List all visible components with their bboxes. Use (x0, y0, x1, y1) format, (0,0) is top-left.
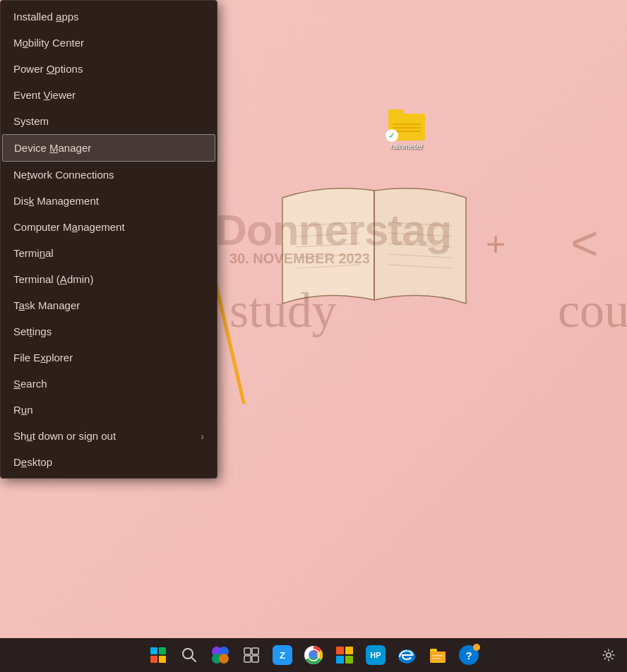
svg-rect-19 (252, 648, 258, 654)
menu-item-label: Event Viewer (13, 89, 76, 101)
menu-item-label: Device Manager (14, 142, 91, 154)
menu-item-device-manager[interactable]: Device Manager (2, 134, 215, 162)
menu-item-label: Network Connections (13, 169, 114, 181)
start-button[interactable] (144, 641, 172, 669)
svg-rect-18 (244, 648, 251, 654)
menu-item-label: Terminal (13, 247, 54, 259)
copilot-icon (211, 646, 229, 664)
file-explorer-button[interactable] (424, 641, 452, 669)
menu-item-power-options[interactable]: Power Options (1, 56, 217, 82)
rainmeter-desktop-icon[interactable]: ✓ rainmeter (388, 109, 425, 150)
menu-item-shut-down[interactable]: Shut down or sign out › (1, 423, 217, 449)
hp-button[interactable]: HP (362, 641, 390, 669)
menu-item-settings[interactable]: Settings (1, 318, 217, 344)
menu-item-file-explorer[interactable]: File Explorer (1, 344, 217, 371)
svg-point-24 (310, 652, 317, 659)
menu-item-label: Power Options (13, 63, 83, 75)
menu-item-label: System (13, 115, 49, 127)
gear-icon (602, 649, 615, 661)
svg-rect-27 (345, 647, 353, 654)
menu-item-computer-management[interactable]: Computer Management (1, 214, 217, 240)
menu-item-event-viewer[interactable]: Event Viewer (1, 82, 217, 108)
menu-item-system[interactable]: System (1, 108, 217, 134)
folder-body: ✓ (388, 114, 425, 140)
menu-item-label: Task Manager (13, 299, 80, 311)
submenu-arrow-icon: › (201, 431, 204, 442)
store-icon (335, 646, 354, 664)
menu-item-run[interactable]: Run (1, 397, 217, 423)
svg-rect-29 (345, 656, 353, 664)
system-tray (596, 642, 621, 668)
svg-rect-26 (336, 647, 344, 654)
chrome-icon (304, 645, 323, 665)
svg-rect-33 (430, 652, 446, 661)
menu-item-label: Computer Management (13, 221, 125, 233)
svg-line-13 (191, 657, 196, 661)
menu-item-label: Search (13, 378, 47, 390)
decorative-text-4: cou (558, 282, 627, 339)
menu-item-disk-management[interactable]: Disk Management (1, 188, 217, 214)
folder-line (393, 127, 421, 128)
get-help-button[interactable]: ? (455, 641, 483, 669)
book-illustration (226, 113, 522, 381)
copilot-button[interactable] (206, 641, 234, 669)
notification-dot (473, 644, 480, 651)
menu-item-installed-apps[interactable]: Installed apps (1, 4, 217, 30)
edge-button[interactable] (393, 641, 421, 669)
zoom-button[interactable]: Z (268, 641, 297, 669)
chrome-button[interactable] (299, 641, 328, 669)
search-icon (181, 647, 197, 663)
menu-item-label: Disk Management (13, 195, 99, 207)
folder-line (393, 124, 421, 125)
svg-rect-35 (432, 658, 441, 659)
menu-item-label: File Explorer (13, 352, 73, 364)
rainmeter-label: rainmeter (390, 142, 423, 150)
folder-icon: ✓ (388, 109, 425, 140)
menu-item-label: Run (13, 404, 33, 416)
hp-icon: HP (366, 645, 386, 665)
menu-item-terminal-admin[interactable]: Terminal (Admin) (1, 266, 217, 292)
menu-item-desktop[interactable]: Desktop (1, 449, 217, 475)
menu-item-label: Terminal (Admin) (13, 273, 93, 285)
menu-item-label: Installed apps (13, 11, 79, 23)
task-view-icon (244, 647, 259, 663)
task-view-button[interactable] (237, 641, 265, 669)
settings-tray-icon[interactable] (596, 642, 621, 668)
menu-item-label: Settings (13, 325, 52, 337)
edge-icon (397, 645, 417, 665)
taskbar: Z HP (0, 638, 627, 672)
check-badge-icon: ✓ (386, 129, 398, 142)
svg-point-17 (219, 654, 229, 664)
svg-rect-20 (244, 656, 251, 662)
menu-item-label: Desktop (13, 456, 52, 468)
nav-back-icon: < (571, 215, 599, 270)
menu-item-network-connections[interactable]: Network Connections (1, 162, 217, 188)
windows-logo-icon (150, 647, 166, 663)
taskbar-search-button[interactable] (175, 641, 203, 669)
menu-item-task-manager[interactable]: Task Manager (1, 292, 217, 318)
menu-item-label: Shut down or sign out (13, 430, 116, 442)
svg-rect-21 (252, 656, 258, 662)
menu-item-mobility-center[interactable]: Mobility Center (1, 30, 217, 56)
svg-rect-34 (432, 655, 443, 656)
zoom-icon: Z (273, 645, 292, 665)
context-menu: Installed apps Mobility Center Power Opt… (0, 0, 217, 479)
svg-point-36 (607, 653, 611, 657)
file-explorer-icon (429, 646, 447, 664)
menu-item-terminal[interactable]: Terminal (1, 240, 217, 266)
menu-item-label: Mobility Center (13, 37, 84, 49)
svg-rect-28 (336, 656, 344, 664)
ms-store-button[interactable] (330, 641, 359, 669)
menu-item-search[interactable]: Search (1, 371, 217, 397)
